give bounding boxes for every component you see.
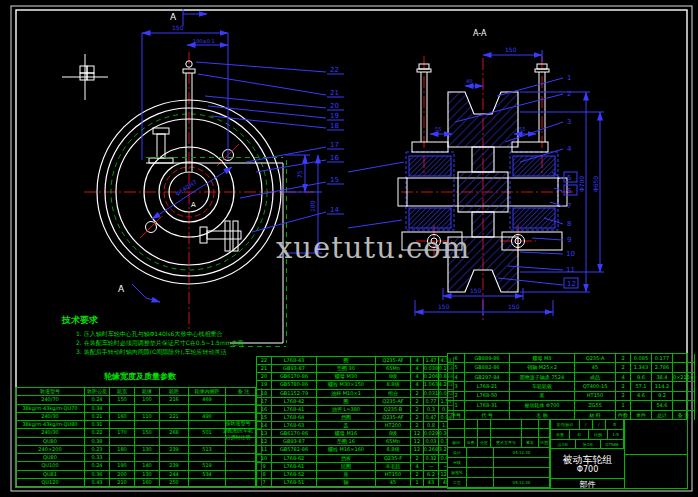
doc-code: Q7986 [601,440,624,449]
table-row: QU800.38 [16,438,255,446]
table-row: 11GB5782-86螺栓 M16×1608.8级120.2683.216 [257,446,447,454]
table-cell [673,392,695,401]
ucs-icon [62,54,108,100]
table-cell: GB6170-86 [272,373,317,381]
table-cell: 2 [411,414,424,422]
table-cell: 180 [110,446,135,454]
table-row: 12GB93-87垫圈 1665Mn120.030.36 [257,438,447,446]
table-cell: GB882-86 [465,363,510,372]
table-cell: 轮缘 [135,388,160,396]
table-cell: 2 [448,392,465,401]
title-block-center-zone: 阶段标记 / / B 质量 4t 比例 1:5 共1张 第1张 Q7986 被动… [551,420,625,488]
table-cell: 16 [257,406,272,414]
table-cell [135,438,160,446]
table-row: 10L768-62挡板Q235-F20.320.64 [257,455,447,463]
table-cell: 5 [448,363,465,372]
section-top-dim [465,50,542,86]
table-row: QU800.33 [16,454,255,462]
table-cell: 19 [257,381,272,389]
dim-text: Φ650 [592,176,599,192]
table-cell: 6.2 [424,471,439,479]
table-cell: 54.6 [652,401,673,410]
rev-header-cell: 日期 [539,438,550,448]
table-cell: 240/70 [16,396,85,404]
bearing-right [502,142,567,250]
table-cell: 0.085 [631,354,652,363]
table-cell: GB1152-79 [272,390,317,398]
table-cell: HT150 [575,392,616,401]
table-cell: 8级 [376,373,411,381]
table-cell: GB5780-86 [272,381,317,389]
table-cell [110,405,135,413]
table-row: 5GB882-86销轴 M25×24521.3432.786 [448,363,687,372]
svg-text:A: A [170,12,177,22]
table-cell: 0.32 [424,455,439,463]
table-cell: 9.6 [631,373,652,382]
table-cell [673,382,695,391]
table-row: 7L768-51轴4514348 [257,479,447,487]
svg-text:6: 6 [567,187,572,195]
sig-label: 设计 [448,448,467,458]
title-block-right-zone [625,420,687,488]
table-cell [189,479,226,487]
table-cell: 11 [257,446,272,454]
table-cell: 4 [411,463,424,471]
table-cell: 120×215×62 [673,373,695,382]
table-cell: 盖 [317,422,376,430]
table-cell: 130 [135,471,160,479]
center-label: A [191,201,196,209]
table-row: 14L768-63盖HT20020.81.6 [257,422,447,430]
table-cell: 38.4 [652,373,673,382]
section-callout-numbers: 1 2 3 4 5 6 7 8 9 10 11 12 [566,74,576,288]
drawing-title-text: 被动车轮组 [563,454,613,465]
table-cell: 12 [257,438,272,446]
svg-text:12: 12 [567,280,576,288]
table-cell: 螺母 M3 [510,354,575,363]
table-cell: 圈 [317,357,376,365]
table-cell [160,421,189,429]
svg-text:20: 20 [330,102,339,110]
table-cell: L768-62 [272,455,317,463]
cad-drawing-canvas[interactable]: Φ140H7 A 150 100±0.1 75 100 A A [0,0,698,497]
wear-table-title: 轮缘宽度及质量参数 [60,371,220,382]
table-cell: 1 [448,401,465,410]
svg-text:18: 18 [330,122,339,130]
table-cell: QU80 [16,438,85,446]
table-cell: Q235-AF [376,398,411,406]
table-cell: 螺母 M30 [317,373,376,381]
table-row: 轨道型号轨距公差轮宽轮缘轮距轮缘内侧距备 注 [16,388,255,396]
table-cell: 14 [257,422,272,430]
table-cell: 170 [110,429,135,437]
table-cell: 38kg/m·43kg/m·QU70 [16,405,85,413]
table-row: 240/300.22170150268501 [16,429,255,437]
table-cell: 4 [411,381,424,389]
sheet-number: 第1张 [576,440,601,449]
table-cell: Q235-F [376,455,411,463]
left-bolt [149,128,173,163]
table-cell: 圆锥滚子轴承 7524 [510,373,575,382]
table-cell: 6 [448,354,465,363]
table-cell: 0.24 [85,462,110,470]
table-row: 38kg/m·43kg/m·QU700.34 [16,405,255,413]
table-cell: 114.2 [652,382,673,391]
title-block-revision-zone: 标记 处数 分区 更改文件号 签名 日期 设计 05.12.30 审核 标准化 … [448,420,551,488]
table-row: 17L768-42圈Q235-AF20.771.54 [257,398,447,406]
table-cell: 组合 [376,390,411,398]
table-cell [189,438,226,446]
table-cell: 8.8级 [376,381,411,389]
table-cell: 150 [135,429,160,437]
table-cell: 216 [160,396,189,404]
tech-requirement-item: 1. 压入轴时车轮中心孔与轴Φ140ls6大致中心线相重合 [76,329,244,338]
table-row: 21GB93-87垫圈 3065Mn40.0380.154 [257,365,447,373]
table-row: QU1200.43210160250 [16,479,255,487]
table-cell: 239 [160,446,189,454]
table-row: 13GB6170-86螺母 M168级120.0290.348 [257,430,447,438]
svg-text:21: 21 [330,89,339,97]
dim-text: 55 [435,126,441,132]
dim-text: Φ700 [578,176,585,192]
table-cell: 毡圈 [317,463,376,471]
scale-label: 比例 [589,430,608,440]
table-cell: GB297-84 [465,373,510,382]
table-cell: GB889-86 [465,354,510,363]
table-cell: 垫圈 30 [317,365,376,373]
